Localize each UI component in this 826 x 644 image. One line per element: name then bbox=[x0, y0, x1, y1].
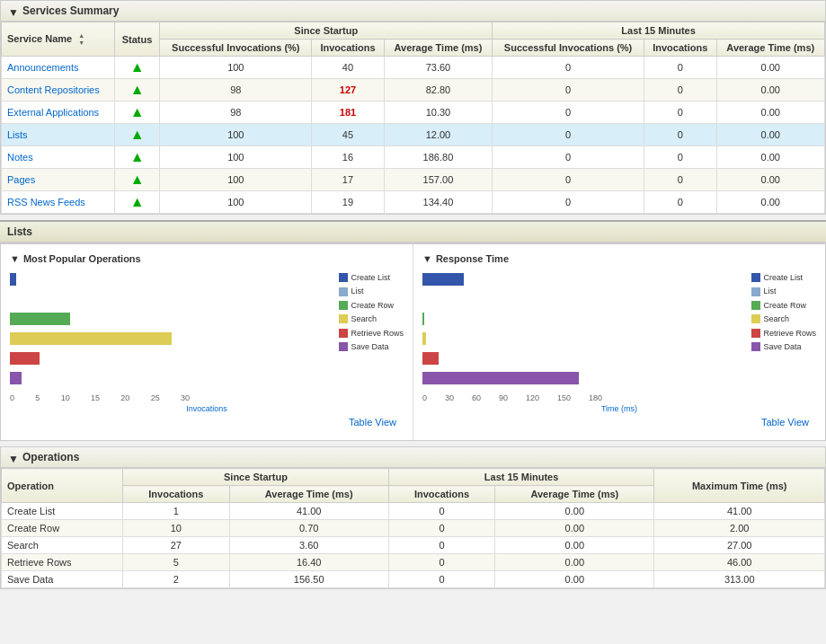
th-service-name: Service Name ▲▼ bbox=[2, 22, 115, 57]
bar-row bbox=[10, 271, 330, 287]
legend-label: List bbox=[351, 285, 363, 297]
last-inv-cell: 0 bbox=[644, 57, 717, 79]
last-succ-cell: 0 bbox=[493, 169, 644, 191]
legend-label: Create Row bbox=[763, 299, 806, 312]
op-last-avg: 0.00 bbox=[495, 503, 654, 520]
x-tick: 10 bbox=[61, 393, 70, 402]
legend-color bbox=[339, 301, 348, 310]
collapse-response-icon[interactable]: ▼ bbox=[422, 253, 432, 264]
op-last-inv: 0 bbox=[388, 571, 494, 588]
legend-label: Save Data bbox=[351, 340, 388, 353]
most-popular-chart-area: Create List List Create Row Search Retri… bbox=[10, 271, 404, 390]
bar bbox=[422, 332, 426, 345]
op-since-inv: 2 bbox=[123, 571, 229, 588]
charts-container: ▼ Most Popular Operations Create List Li… bbox=[1, 243, 825, 440]
legend-label: List bbox=[763, 285, 776, 297]
x-tick: 120 bbox=[526, 393, 539, 402]
service-name-cell: Announcements bbox=[2, 57, 115, 79]
th-ops-last-avg: Average Time (ms) bbox=[495, 486, 654, 503]
since-avg-cell: 134.40 bbox=[384, 191, 492, 214]
last-inv-cell: 0 bbox=[644, 124, 717, 146]
th-since-succ: Successful Invocations (%) bbox=[160, 40, 312, 57]
th-last-succ: Successful Invocations (%) bbox=[493, 40, 644, 57]
th-since-startup: Since Startup bbox=[160, 22, 493, 40]
status-up-icon: ▲ bbox=[130, 104, 145, 119]
legend-color bbox=[751, 342, 760, 351]
sort-icons[interactable]: ▲▼ bbox=[78, 32, 84, 47]
last-avg-cell: 0.00 bbox=[716, 57, 824, 79]
th-since-inv: Invocations bbox=[312, 40, 385, 57]
bar-row bbox=[422, 350, 742, 366]
x-tick: 0 bbox=[422, 393, 427, 402]
status-cell: ▲ bbox=[114, 169, 160, 191]
op-max-time: 46.00 bbox=[654, 554, 825, 571]
services-table: Service Name ▲▼ Status Since Startup Las… bbox=[1, 22, 825, 214]
op-since-avg: 156.50 bbox=[229, 571, 388, 588]
th-ops-last-inv: Invocations bbox=[388, 486, 494, 503]
last-avg-cell: 0.00 bbox=[716, 146, 824, 169]
response-x-label: Time (ms) bbox=[422, 404, 816, 413]
lists-group-header: Lists bbox=[0, 220, 826, 243]
collapse-popular-icon[interactable]: ▼ bbox=[10, 253, 20, 264]
last-inv-cell: 0 bbox=[644, 101, 717, 124]
last-avg-cell: 0.00 bbox=[716, 169, 824, 191]
x-tick: 5 bbox=[35, 393, 40, 402]
service-row: External Applications ▲ 98 181 10.30 0 0… bbox=[2, 101, 825, 124]
service-link[interactable]: Announcements bbox=[7, 62, 79, 73]
since-avg-cell: 10.30 bbox=[384, 101, 492, 124]
service-name-cell: Lists bbox=[2, 124, 115, 146]
op-max-time: 41.00 bbox=[654, 503, 825, 520]
x-tick: 30 bbox=[445, 393, 454, 402]
service-row: Notes ▲ 100 16 186.80 0 0 0.00 bbox=[2, 146, 825, 169]
legend-color bbox=[751, 329, 760, 338]
service-row: RSS News Feeds ▲ 100 19 134.40 0 0 0.00 bbox=[2, 191, 825, 214]
service-link[interactable]: External Applications bbox=[7, 107, 99, 118]
op-since-avg: 41.00 bbox=[229, 503, 388, 520]
last-succ-cell: 0 bbox=[493, 79, 644, 101]
most-popular-legend: Create List List Create Row Search Retri… bbox=[339, 271, 404, 354]
th-ops-since-inv: Invocations bbox=[123, 486, 229, 503]
status-cell: ▲ bbox=[114, 146, 160, 169]
collapse-operations-icon[interactable]: ▼ bbox=[8, 453, 17, 462]
most-popular-panel: ▼ Most Popular Operations Create List Li… bbox=[1, 244, 413, 440]
th-max-time: Maximum Time (ms) bbox=[654, 469, 825, 503]
last-inv-cell: 0 bbox=[644, 191, 717, 214]
last-inv-cell: 0 bbox=[644, 169, 717, 191]
popular-x-ticks: 051015202530 bbox=[10, 393, 190, 402]
since-succ-cell: 98 bbox=[160, 101, 312, 124]
x-tick: 30 bbox=[181, 393, 190, 402]
status-up-icon: ▲ bbox=[130, 82, 145, 97]
op-last-inv: 0 bbox=[388, 520, 494, 537]
since-succ-cell: 100 bbox=[160, 57, 312, 79]
operations-header: ▼ Operations bbox=[1, 447, 825, 468]
op-name-cell: Search bbox=[2, 537, 123, 554]
service-row: Pages ▲ 100 17 157.00 0 0 0.00 bbox=[2, 169, 825, 191]
legend-color bbox=[339, 273, 348, 282]
since-succ-cell: 98 bbox=[160, 79, 312, 101]
op-since-avg: 3.60 bbox=[229, 537, 388, 554]
op-last-avg: 0.00 bbox=[495, 520, 654, 537]
service-link[interactable]: Pages bbox=[7, 174, 35, 185]
legend-item: Create List bbox=[751, 271, 816, 284]
popular-table-view[interactable]: Table View bbox=[10, 413, 404, 431]
legend-item: Search bbox=[339, 313, 404, 325]
op-last-avg: 0.00 bbox=[495, 571, 654, 588]
op-name-cell: Save Data bbox=[2, 571, 123, 588]
response-table-view[interactable]: Table View bbox=[422, 413, 816, 431]
bar bbox=[422, 372, 579, 384]
service-link[interactable]: Notes bbox=[7, 152, 33, 163]
most-popular-bar-chart bbox=[10, 271, 330, 390]
op-last-avg: 0.00 bbox=[495, 537, 654, 554]
since-succ-cell: 100 bbox=[160, 169, 312, 191]
bar-row bbox=[10, 370, 330, 386]
service-link[interactable]: Content Repositories bbox=[7, 84, 100, 95]
last-succ-cell: 0 bbox=[493, 191, 644, 214]
collapse-services-icon[interactable]: ▼ bbox=[8, 6, 17, 15]
service-link[interactable]: RSS News Feeds bbox=[7, 197, 85, 207]
legend-label: Search bbox=[351, 313, 377, 325]
th-ops-since: Since Startup bbox=[123, 469, 389, 486]
legend-item: Retrieve Rows bbox=[339, 327, 404, 340]
op-last-inv: 0 bbox=[388, 537, 494, 554]
legend-label: Create List bbox=[351, 271, 390, 284]
service-link[interactable]: Lists bbox=[7, 129, 28, 140]
